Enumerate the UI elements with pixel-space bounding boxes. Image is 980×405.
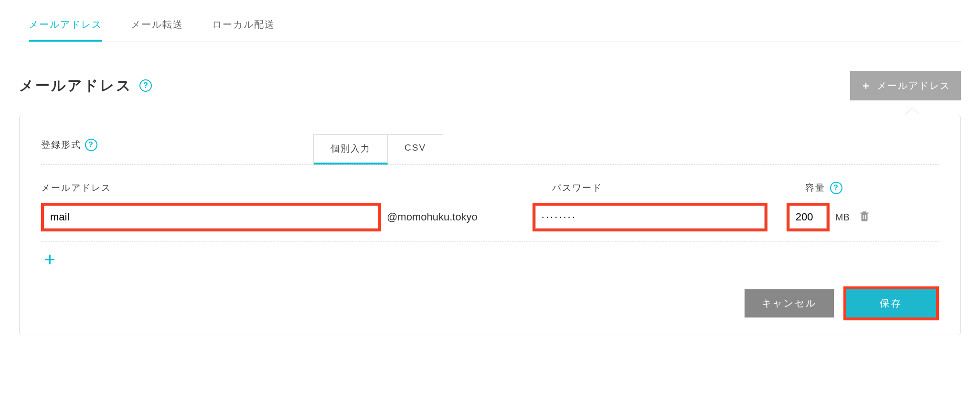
sub-tab-csv[interactable]: CSV [388,135,443,164]
label-email: メールアドレス [41,182,552,194]
reg-type-text: 登録形式 [41,139,81,151]
trash-icon[interactable] [858,210,871,224]
save-highlight: 保存 [843,286,939,320]
field-labels-row: メールアドレス パスワード 容量 ? [41,182,939,194]
tab-mail-forward[interactable]: メール転送 [131,10,183,42]
email-highlight [41,203,381,231]
capacity-input[interactable] [789,206,827,229]
help-icon[interactable]: ? [85,139,97,151]
password-input[interactable] [535,206,765,229]
add-row: ＋ [41,250,939,267]
form-card: 登録形式 ? 個別入力 CSV メールアドレス パスワード 容量 ? @momo… [19,115,961,335]
registration-type-row: 登録形式 ? 個別入力 CSV [41,134,939,165]
page-title-group: メールアドレス ? [19,76,152,96]
top-tabs: メールアドレス メール転送 ローカル配送 [19,10,961,42]
password-highlight [533,203,767,231]
field-inputs-row: @momohuku.tokyo MB [41,203,939,241]
sub-tabs: 個別入力 CSV [313,134,443,164]
capacity-unit: MB [835,212,850,223]
capacity-highlight [787,203,830,231]
tab-mail-address[interactable]: メールアドレス [29,10,102,42]
footer-buttons: キャンセル 保存 [41,286,939,320]
page-title: メールアドレス [19,76,132,96]
email-input[interactable] [44,206,378,229]
cancel-button[interactable]: キャンセル [745,289,834,317]
save-button[interactable]: 保存 [846,289,936,317]
label-password: パスワード [552,182,805,194]
domain-text: @momohuku.tokyo [387,211,478,223]
registration-type-label: 登録形式 ? [41,139,313,161]
label-capacity-group: 容量 ? [805,182,842,194]
plus-icon: ＋ [861,78,872,93]
label-capacity: 容量 [805,182,825,194]
tab-local-delivery[interactable]: ローカル配送 [212,10,275,42]
sub-tab-individual[interactable]: 個別入力 [314,135,388,164]
page-header: メールアドレス ? ＋ メールアドレス [19,71,961,100]
add-button-label: メールアドレス [877,79,950,92]
add-mail-address-button[interactable]: ＋ メールアドレス [850,71,961,100]
help-icon[interactable]: ? [830,182,842,194]
add-row-button[interactable]: ＋ [41,249,58,268]
help-icon[interactable]: ? [139,79,152,92]
